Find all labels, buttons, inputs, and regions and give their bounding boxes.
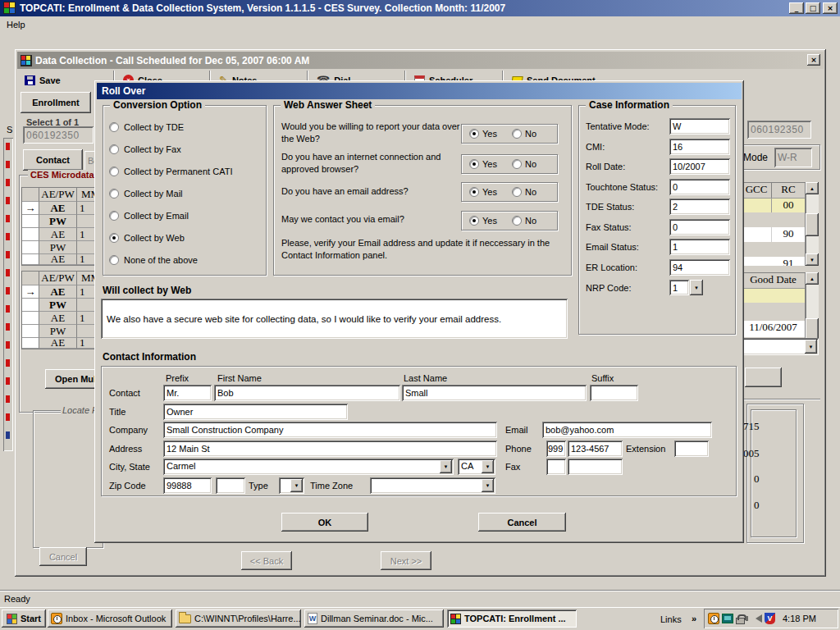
email-status-field[interactable]: 1: [669, 239, 730, 255]
last-name-field[interactable]: Small: [402, 385, 587, 401]
radio-collect-by-web[interactable]: Collect by Web: [109, 233, 185, 243]
radio-no[interactable]: [512, 216, 522, 226]
radio-no[interactable]: [512, 187, 522, 197]
zip-code-field[interactable]: 99888: [163, 477, 212, 494]
links-toolbar-label[interactable]: Links: [660, 614, 682, 624]
grid-row[interactable]: PW: [22, 325, 105, 338]
dropdown-button[interactable]: ▼: [482, 479, 494, 492]
radio-no[interactable]: [512, 129, 522, 139]
tray-antivirus-icon[interactable]: V: [765, 613, 775, 624]
tray-reminder-clock-icon[interactable]: [708, 613, 719, 624]
type-combo[interactable]: ▼: [279, 477, 304, 494]
grid-row[interactable]: PW: [22, 299, 105, 312]
radio-collect-by-email[interactable]: Collect by Email: [109, 211, 189, 221]
taskbar-item-outlook[interactable]: Inbox - Microsoft Outlook: [48, 609, 172, 628]
radio-collect-by-permanent-cati[interactable]: Collect by Permanent CATI: [109, 167, 232, 176]
next-button[interactable]: Next >>: [381, 551, 431, 570]
right-panel-combo[interactable]: ▼: [741, 338, 819, 355]
grid-row[interactable]: AE1: [22, 254, 105, 265]
scroll-up-button[interactable]: ▲: [806, 272, 819, 285]
time-zone-combo[interactable]: ▼: [370, 477, 495, 494]
tentative-mode-field[interactable]: W: [669, 118, 730, 135]
title-field[interactable]: Owner: [163, 404, 348, 420]
taskbar-item-word[interactable]: W Dillman Seminar.doc - Mic...: [304, 609, 444, 628]
phone-number-field[interactable]: 123-4567: [568, 441, 623, 457]
tray-volume-icon[interactable]: [756, 614, 762, 623]
grid-row[interactable]: →AE1: [22, 285, 105, 299]
touchtone-status-field[interactable]: 0: [669, 179, 730, 195]
er-location-field[interactable]: 94: [669, 259, 730, 276]
ok-button[interactable]: OK: [281, 513, 368, 532]
cmi-field[interactable]: 16: [669, 139, 730, 155]
grid-row[interactable]: [742, 303, 805, 321]
radio-yes-selected[interactable]: [469, 129, 479, 139]
suffix-field[interactable]: [590, 385, 638, 401]
company-field[interactable]: Small Construction Company: [163, 422, 497, 438]
address-field[interactable]: 12 Main St: [163, 441, 497, 457]
grid-row[interactable]: 91: [742, 257, 805, 266]
grid-row[interactable]: AE1: [22, 338, 105, 349]
tab-enrollment[interactable]: Enrollment: [21, 92, 91, 113]
zip-plus4-field[interactable]: [216, 477, 245, 494]
dropdown-button[interactable]: ▼: [482, 460, 494, 473]
grid-row[interactable]: [742, 242, 805, 257]
fax-status-field[interactable]: 0: [669, 219, 730, 235]
scroll-up-button[interactable]: ▲: [806, 182, 819, 194]
prefix-field[interactable]: Mr.: [163, 385, 212, 401]
dc-cancel-button[interactable]: Cancel: [39, 547, 87, 566]
dc-close-button[interactable]: ×: [807, 54, 820, 66]
tde-status-field[interactable]: 2: [669, 199, 730, 215]
dropdown-button[interactable]: ▼: [805, 340, 817, 354]
back-button[interactable]: << Back: [241, 551, 292, 570]
grid-row[interactable]: [742, 288, 805, 303]
radio-no[interactable]: [512, 159, 522, 169]
tray-display-icon[interactable]: [722, 614, 733, 623]
case-id-field-right[interactable]: 060192350: [747, 121, 811, 139]
phone-area-field[interactable]: 999: [546, 441, 566, 457]
grid-row[interactable]: 11/06/2007: [742, 321, 805, 337]
fax-number-field[interactable]: [568, 459, 623, 475]
radio-collect-by-fax[interactable]: Collect by Fax: [109, 144, 181, 154]
grid-row[interactable]: AE1: [22, 312, 105, 325]
minimize-button[interactable]: _: [789, 2, 804, 14]
grid-row[interactable]: AE1: [22, 228, 105, 241]
close-button[interactable]: ×: [823, 2, 838, 14]
scroll-thumb[interactable]: [806, 213, 819, 236]
grid-row[interactable]: 90: [742, 227, 805, 242]
roll-date-field[interactable]: 10/2007: [669, 158, 730, 175]
first-name-field[interactable]: Bob: [214, 385, 400, 401]
start-button[interactable]: Start: [2, 609, 46, 628]
radio-yes-selected[interactable]: [469, 216, 479, 226]
radio-collect-by-mail[interactable]: Collect by Mail: [109, 189, 183, 199]
taskbar-item-topcati[interactable]: TOPCATI: Enrollment ...: [447, 609, 577, 628]
tray-lock-icon[interactable]: [736, 618, 745, 624]
grid-row[interactable]: [742, 212, 805, 227]
radio-none-of-the-above[interactable]: None of the above: [109, 255, 198, 265]
grid-row[interactable]: →AE1: [22, 202, 105, 215]
dialog-cancel-button[interactable]: Cancel: [478, 513, 566, 532]
grid-row[interactable]: PW: [22, 215, 105, 228]
scroll-thumb[interactable]: [806, 318, 819, 340]
links-chevron-icon[interactable]: »: [692, 614, 696, 623]
dropdown-button[interactable]: ▼: [440, 460, 452, 473]
menu-help[interactable]: Help: [7, 20, 25, 30]
toolbar-save-button[interactable]: Save: [20, 70, 66, 90]
fax-area-field[interactable]: [546, 459, 566, 475]
dropdown-button[interactable]: ▼: [290, 479, 303, 492]
state-combo[interactable]: CA ▼: [458, 459, 495, 475]
radio-yes-selected[interactable]: [469, 187, 479, 197]
taskbar-item-explorer[interactable]: C:\WINNT\Profiles\Harre...: [176, 609, 301, 628]
tab-contact[interactable]: Contact: [23, 149, 83, 171]
email-field[interactable]: bob@yahoo.com: [542, 422, 712, 438]
case-id-field-left[interactable]: 060192350: [23, 126, 94, 144]
city-combo[interactable]: Carmel ▼: [163, 459, 454, 475]
extension-field[interactable]: [674, 441, 709, 457]
radio-yes-selected[interactable]: [469, 159, 479, 169]
grid-row[interactable]: PW: [22, 241, 105, 254]
scroll-down-button[interactable]: ▼: [806, 253, 819, 266]
nrp-code-field[interactable]: 1: [669, 280, 689, 295]
maximize-button[interactable]: □: [806, 2, 820, 14]
radio-collect-by-tde[interactable]: Collect by TDE: [109, 122, 184, 132]
nrp-dropdown-button[interactable]: ▼: [690, 280, 703, 295]
partial-button[interactable]: [745, 368, 782, 387]
